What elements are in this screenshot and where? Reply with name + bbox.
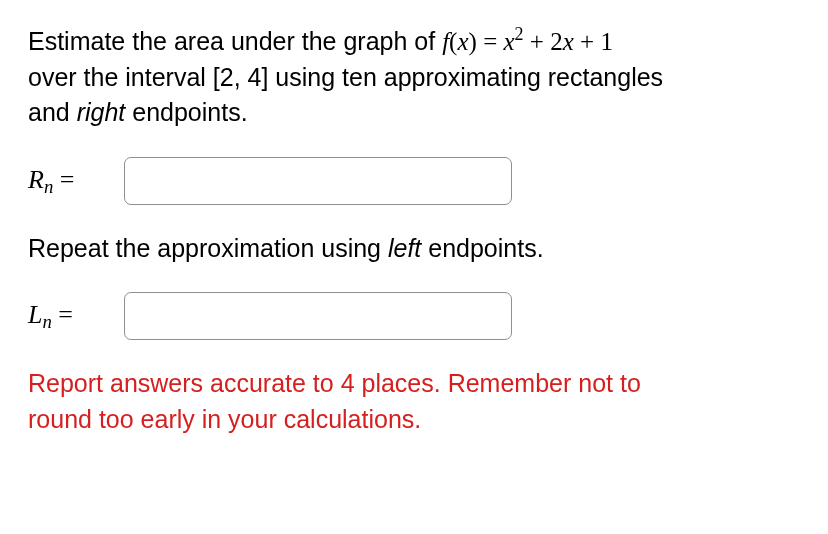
prompt-text: Estimate the area under the graph of f(x… xyxy=(28,22,800,131)
sym-R: R xyxy=(28,165,44,194)
question-container: Estimate the area under the graph of f(x… xyxy=(0,0,828,457)
emphasis-right: right xyxy=(77,98,126,126)
rn-label: Rn = xyxy=(28,162,108,201)
sub-n: n xyxy=(42,311,51,332)
repeat-part: endpoints. xyxy=(421,234,543,262)
ln-row: Ln = xyxy=(28,292,800,340)
accuracy-note: Report answers accurate to 4 places. Rem… xyxy=(28,366,800,437)
rn-row: Rn = xyxy=(28,157,800,205)
equals: = xyxy=(52,300,73,329)
repeat-part: Repeat the approximation using xyxy=(28,234,388,262)
paren-close: ) xyxy=(469,28,477,55)
ln-input[interactable] xyxy=(124,292,512,340)
equals: = xyxy=(477,28,504,55)
equals: = xyxy=(53,165,74,194)
prompt-part: and xyxy=(28,98,77,126)
ln-label: Ln = xyxy=(28,297,108,336)
note-line: Report answers accurate to 4 places. Rem… xyxy=(28,369,641,397)
sym-x: x xyxy=(457,28,468,55)
sym-x: x xyxy=(503,28,514,55)
sym-x: x xyxy=(563,28,574,55)
sym-L: L xyxy=(28,300,42,329)
sub-n: n xyxy=(44,176,53,197)
prompt-part: Estimate the area under the graph of xyxy=(28,27,442,55)
prompt-part: endpoints. xyxy=(125,98,247,126)
exponent: 2 xyxy=(515,24,524,44)
function-expression: f(x) = x2 + 2x + 1 xyxy=(442,28,613,55)
repeat-text: Repeat the approximation using left endp… xyxy=(28,231,800,267)
note-line: round too early in your calculations. xyxy=(28,405,421,433)
emphasis-left: left xyxy=(388,234,421,262)
rn-input[interactable] xyxy=(124,157,512,205)
prompt-part: over the interval [2, 4] using ten appro… xyxy=(28,63,663,91)
plus-term: + 1 xyxy=(574,28,613,55)
plus-term: + 2 xyxy=(524,28,563,55)
